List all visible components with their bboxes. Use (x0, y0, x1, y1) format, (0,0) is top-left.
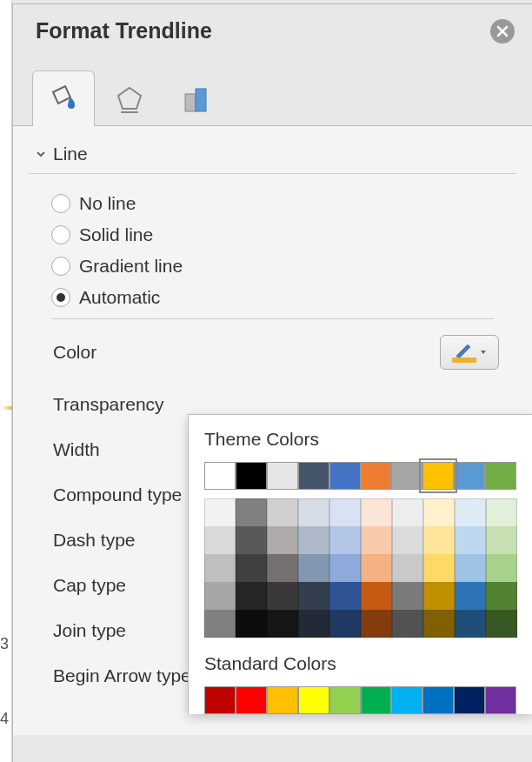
svg-rect-1 (185, 94, 196, 111)
shade-swatch[interactable] (329, 582, 361, 610)
standard-color-swatch[interactable] (454, 686, 485, 714)
theme-color-swatch[interactable] (485, 462, 516, 490)
shade-swatch[interactable] (486, 498, 517, 526)
shade-swatch[interactable] (361, 554, 392, 582)
shade-swatch[interactable] (236, 526, 267, 554)
radio-input[interactable] (51, 194, 70, 213)
radio-solid-line[interactable]: Solid line (51, 224, 516, 245)
theme-color-swatch[interactable] (204, 462, 236, 490)
shade-swatch[interactable] (423, 582, 455, 610)
theme-color-swatch[interactable] (361, 462, 392, 490)
label-join-type: Join type (53, 620, 126, 641)
theme-color-swatch[interactable] (298, 462, 329, 490)
shade-swatch[interactable] (361, 526, 392, 554)
shade-swatch[interactable] (361, 498, 392, 526)
shade-swatch[interactable] (267, 582, 298, 610)
theme-color-swatch[interactable] (329, 462, 361, 490)
shade-swatch[interactable] (267, 554, 298, 582)
radio-automatic[interactable]: Automatic (51, 287, 516, 308)
shade-swatch[interactable] (329, 554, 361, 582)
shade-swatch[interactable] (267, 526, 298, 554)
shade-swatch[interactable] (204, 526, 236, 554)
standard-color-swatch[interactable] (329, 686, 361, 714)
shade-swatch[interactable] (204, 498, 236, 526)
label-begin-arrow: Begin Arrow type (53, 665, 191, 686)
chevron-down-icon (34, 147, 48, 161)
shade-swatch[interactable] (455, 582, 486, 610)
label-cap-type: Cap type (53, 575, 126, 596)
standard-color-swatch[interactable] (298, 686, 329, 714)
shade-swatch[interactable] (486, 582, 517, 610)
theme-color-swatch[interactable] (236, 462, 267, 490)
shade-swatch[interactable] (392, 498, 423, 526)
shade-swatch[interactable] (298, 610, 329, 638)
shade-swatch[interactable] (236, 582, 267, 610)
color-picker-button[interactable] (440, 335, 499, 370)
color-picker-popup: Theme Colors Standard Colors (188, 414, 532, 714)
shade-swatch[interactable] (329, 610, 361, 638)
standard-color-swatch[interactable] (485, 686, 516, 714)
shade-swatch[interactable] (236, 610, 267, 638)
shade-swatch[interactable] (392, 610, 423, 638)
shade-swatch[interactable] (455, 526, 486, 554)
shade-swatch[interactable] (486, 526, 517, 554)
standard-color-swatch[interactable] (361, 686, 392, 714)
section-title: Line (53, 144, 88, 164)
shade-swatch[interactable] (236, 498, 267, 526)
theme-color-swatch[interactable] (267, 462, 298, 490)
radio-gradient-line[interactable]: Gradient line (51, 256, 516, 277)
standard-color-swatch[interactable] (391, 686, 422, 714)
section-toggle-line[interactable]: Line (29, 140, 516, 174)
radio-input[interactable] (51, 257, 70, 276)
pentagon-icon (112, 82, 147, 117)
theme-color-swatch[interactable] (454, 462, 485, 490)
radio-input[interactable] (51, 225, 70, 244)
shade-swatch[interactable] (361, 582, 392, 610)
theme-colors-row (204, 462, 516, 490)
standard-color-swatch[interactable] (204, 686, 236, 714)
label-width: Width (53, 439, 100, 460)
bar-chart-icon (178, 82, 213, 117)
theme-color-swatch[interactable] (422, 462, 454, 490)
shade-swatch[interactable] (329, 526, 361, 554)
shade-swatch[interactable] (204, 554, 236, 582)
tab-chart-options[interactable] (164, 70, 227, 126)
shade-swatch[interactable] (204, 610, 236, 638)
shade-swatch[interactable] (267, 610, 298, 638)
shade-swatch[interactable] (423, 526, 455, 554)
shade-swatch[interactable] (455, 610, 486, 638)
shade-swatch[interactable] (392, 526, 423, 554)
close-button[interactable] (490, 19, 515, 43)
shade-swatch[interactable] (392, 554, 423, 582)
standard-color-swatch[interactable] (422, 686, 454, 714)
shade-swatch[interactable] (236, 554, 267, 582)
shade-swatch[interactable] (423, 498, 455, 526)
shade-swatch[interactable] (392, 582, 423, 610)
shade-swatch[interactable] (423, 610, 455, 638)
standard-colors-row (204, 686, 516, 714)
panel-header: Format Trendline (13, 4, 532, 56)
shade-swatch[interactable] (298, 526, 329, 554)
shade-swatch[interactable] (329, 498, 361, 526)
shade-swatch[interactable] (423, 554, 455, 582)
shade-swatch[interactable] (204, 582, 236, 610)
standard-color-swatch[interactable] (267, 686, 298, 714)
tab-fill-line[interactable] (32, 70, 95, 126)
shade-swatch[interactable] (298, 554, 329, 582)
shade-swatch[interactable] (486, 610, 517, 638)
shade-swatch[interactable] (298, 498, 329, 526)
label-color: Color (53, 342, 96, 363)
close-icon (496, 25, 509, 37)
radio-input[interactable] (51, 288, 70, 307)
tab-effects[interactable] (98, 70, 161, 126)
standard-color-swatch[interactable] (236, 686, 267, 714)
shade-swatch[interactable] (361, 610, 392, 638)
radio-no-line[interactable]: No line (51, 193, 516, 214)
shade-swatch[interactable] (267, 498, 298, 526)
theme-shades-grid (204, 498, 516, 638)
shade-swatch[interactable] (455, 554, 486, 582)
shade-swatch[interactable] (455, 498, 486, 526)
shade-swatch[interactable] (298, 582, 329, 610)
theme-color-swatch[interactable] (391, 462, 422, 490)
shade-swatch[interactable] (486, 554, 517, 582)
